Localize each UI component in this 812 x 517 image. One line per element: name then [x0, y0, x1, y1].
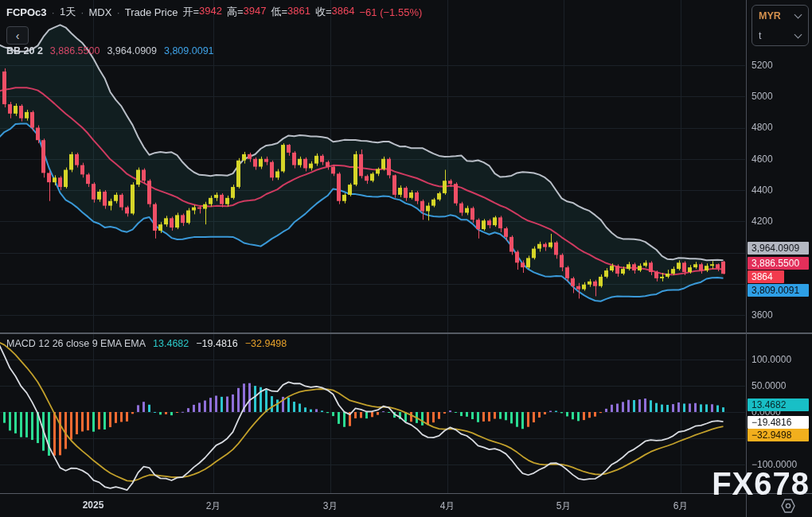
ohlc-high: 高=3947	[227, 5, 267, 19]
unit-dropdown[interactable]: t	[752, 25, 808, 45]
bb-lower-price-label: 3,809.0091	[748, 284, 809, 297]
exchange-label: MDX	[89, 6, 112, 18]
macd-signal-header-value: −32.9498	[245, 338, 287, 349]
separator-dot: ·	[116, 6, 119, 18]
time-axis[interactable]: 20252月3月4月5月6月	[0, 494, 812, 517]
bb-indicator-row[interactable]: BB 20 2 3,886.5500 3,964.0909 3,809.0091	[6, 45, 214, 57]
bb-upper-value: 3,964.0909	[107, 45, 157, 56]
axis-tick-label: 4200	[751, 215, 773, 227]
bb-mid-price-label: 3,886.5500	[748, 257, 809, 270]
time-tick-label: 4月	[440, 500, 455, 513]
axis-tick-label: 4400	[751, 184, 773, 196]
currency-dropdown[interactable]: MYR	[752, 6, 808, 25]
series-type-label: Trade Price	[125, 6, 178, 18]
fx678-watermark: FX678	[712, 466, 810, 502]
symbol-name[interactable]: FCPOc3	[6, 6, 47, 18]
back-button[interactable]: ‹	[6, 26, 29, 45]
time-tick-label: 3月	[323, 500, 338, 513]
ohlc-close: 收=3864	[315, 5, 355, 19]
axis-tick-label: 5200	[751, 59, 773, 72]
separator-dot: ·	[80, 6, 84, 18]
macd-line-header-value: −19.4816	[196, 338, 237, 349]
axis-tick-label: 4600	[751, 153, 773, 165]
currency-value: MYR	[759, 10, 781, 21]
change-value: −61 (−1.55%)	[360, 6, 423, 18]
interval-label[interactable]: 1天	[60, 5, 76, 19]
axis-tick-label: 5000	[751, 90, 773, 103]
axis-tick-label: 3600	[751, 309, 773, 321]
bb-mid-value: 3,886.5500	[50, 45, 100, 56]
bb-upper-price-label: 3,964.0909	[748, 242, 809, 255]
macd-hist-value-label: 13.4682	[748, 398, 809, 411]
time-tick-label: 2025	[83, 500, 104, 511]
bb-lower-value: 3,809.0091	[164, 45, 214, 56]
price-chart-canvas[interactable]	[0, 0, 812, 517]
time-tick-label: 2月	[206, 500, 221, 513]
macd-line-value-label: −19.4816	[748, 416, 809, 429]
axis-tick-label: 50.0000	[751, 379, 786, 392]
ohlc-low: 低=3861	[271, 5, 310, 19]
macd-hist-header-value: 13.4682	[153, 338, 189, 349]
chevron-down-icon	[794, 11, 802, 19]
time-tick-label: 5月	[556, 500, 572, 513]
symbol-header: FCPOc3 · 1天 · MDX · Trade Price 开=3942 高…	[6, 5, 422, 19]
bb-indicator-label: BB 20 2	[6, 45, 43, 56]
axis-tick-label: 100.0000	[751, 353, 791, 366]
chevron-left-icon: ‹	[16, 30, 20, 41]
chevron-down-icon	[794, 31, 802, 39]
last-price-label: 3864	[748, 270, 784, 283]
ohlc-open: 开=3942	[182, 5, 222, 19]
axis-tick-label: 4800	[751, 121, 773, 134]
separator-dot: ·	[52, 6, 55, 18]
time-tick-label: 6月	[673, 500, 689, 513]
macd-indicator-row[interactable]: MACD 12 26 close 9 EMA EMA 13.4682 −19.4…	[6, 337, 287, 350]
pane-separator[interactable]	[0, 332, 812, 334]
axis-unit-box: MYR t	[751, 5, 809, 46]
unit-value: t	[759, 30, 761, 41]
macd-signal-value-label: −32.9498	[748, 429, 809, 441]
price-axis[interactable]: 5200500048004600440042003600100.000050.0…	[747, 0, 812, 493]
trading-chart-app: { "header": { "symbol": "FCPOc3", "dot":…	[0, 0, 812, 517]
macd-indicator-label: MACD 12 26 close 9 EMA EMA	[6, 338, 146, 349]
